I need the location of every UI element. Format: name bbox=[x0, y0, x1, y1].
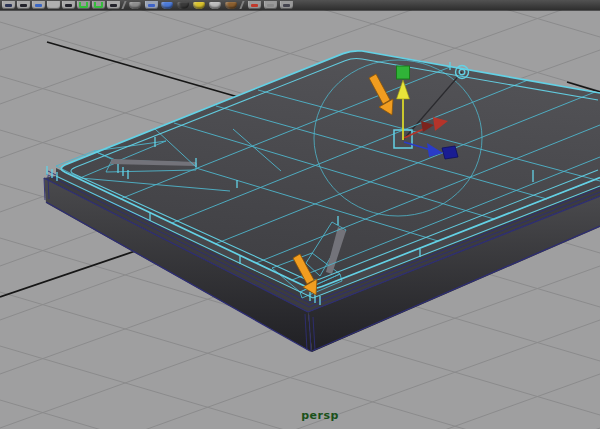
manip-z-cube[interactable] bbox=[442, 146, 458, 159]
toolbar-icon-snap-grid[interactable] bbox=[77, 1, 90, 9]
toolbar-icon-move[interactable] bbox=[62, 1, 75, 9]
camera-label: persp bbox=[301, 409, 339, 422]
toolbar-icon-sphere-brown[interactable] bbox=[225, 2, 237, 9]
toolbar-icon-snap-surface[interactable] bbox=[107, 1, 120, 9]
toolbar-separator-2 bbox=[239, 1, 244, 9]
toolbar-icon-lasso[interactable] bbox=[17, 1, 30, 9]
toolbar-icon-sphere-dark[interactable] bbox=[177, 2, 189, 9]
toolbar-icon-snap-point[interactable] bbox=[92, 1, 105, 9]
toolbar-icon-ipr[interactable] bbox=[264, 1, 277, 9]
toolbar-icon-sphere-blue[interactable] bbox=[161, 2, 173, 9]
toolbar-icon-paint[interactable] bbox=[32, 1, 45, 9]
viewport-3d[interactable] bbox=[0, 0, 600, 429]
maya-viewport-window: persp bbox=[0, 0, 600, 429]
toolbar-icon-blank[interactable] bbox=[47, 1, 60, 9]
toolbar-icon-render[interactable] bbox=[248, 1, 261, 9]
toolbar-icon-select[interactable] bbox=[2, 1, 15, 9]
manip-green-cube-handle[interactable] bbox=[397, 66, 410, 79]
toolbar-separator-1 bbox=[121, 1, 126, 9]
toolbar-icon-sphere-gray[interactable] bbox=[129, 2, 141, 9]
toolbar-icon-cube-blue[interactable] bbox=[145, 1, 158, 9]
tray-object-selected[interactable] bbox=[47, 51, 600, 305]
toolbar-strip bbox=[0, 0, 600, 10]
toolbar-icon-render-settings[interactable] bbox=[280, 1, 293, 9]
toolbar-icon-sphere-light[interactable] bbox=[209, 2, 221, 9]
toolbar-icon-sphere-yellow[interactable] bbox=[193, 2, 205, 9]
